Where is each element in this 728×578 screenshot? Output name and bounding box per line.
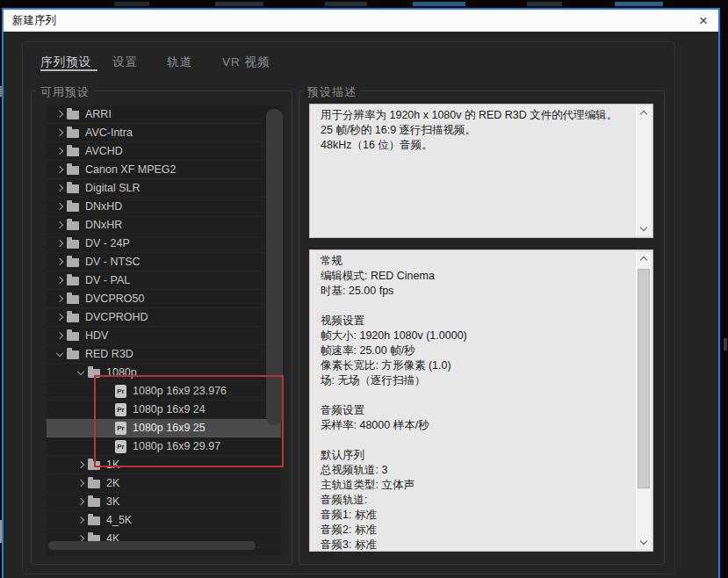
- background-app-fragment: [325, 2, 367, 6]
- tree-item-label: AVCHD: [85, 145, 123, 157]
- chevron-right-icon[interactable]: [52, 334, 67, 338]
- close-icon[interactable]: ×: [699, 13, 708, 28]
- tree-item-3k[interactable]: 3K: [47, 493, 281, 511]
- chevron-glyph: [55, 257, 62, 264]
- tree-item-dv-pal[interactable]: DV - PAL: [47, 271, 281, 290]
- chevron-down-icon[interactable]: [73, 372, 88, 374]
- text-line: 帧速率: 25.00 帧/秒: [321, 343, 630, 358]
- scroll-down-icon[interactable]: [640, 538, 647, 545]
- tree-item-avc-intra[interactable]: AVC-Intra: [47, 124, 281, 142]
- chevron-right-icon[interactable]: [52, 242, 67, 246]
- tree-item-label: DV - 24P: [85, 237, 130, 249]
- tree-item-dv-24p[interactable]: DV - 24P: [47, 235, 281, 253]
- chevron-right-icon[interactable]: [52, 278, 67, 283]
- folder-icon: [67, 221, 79, 230]
- folder-icon: [67, 350, 79, 359]
- folder-icon: [67, 258, 79, 267]
- text-line: 默认序列: [321, 448, 630, 463]
- text-line: [321, 388, 630, 403]
- tree-item-label: 3K: [106, 495, 119, 508]
- chevron-right-icon[interactable]: [73, 463, 88, 467]
- tree-item-label: DV - PAL: [85, 274, 130, 286]
- chevron-glyph: [55, 128, 62, 135]
- tree-item-label: AVC-Intra: [85, 126, 133, 139]
- annotation-red-rectangle: [94, 375, 284, 467]
- chevron-glyph: [55, 276, 62, 283]
- tab-sequence-presets[interactable]: 序列预设: [40, 54, 91, 70]
- chevron-glyph: [76, 516, 83, 523]
- tree-item-digital-slr[interactable]: Digital SLR: [47, 179, 281, 198]
- tree-item-canon-xf-mpeg2[interactable]: Canon XF MPEG2: [47, 161, 281, 179]
- folder-icon: [67, 148, 79, 156]
- chevron-right-icon[interactable]: [52, 112, 67, 117]
- text-line: [321, 433, 630, 448]
- text-line: 音频2: 标准: [321, 523, 630, 538]
- tree-item-label: DV - NTSC: [85, 256, 141, 268]
- text-line: 48kHz（16 位）音频。: [321, 138, 630, 153]
- folder-icon: [88, 517, 100, 525]
- text-line: [321, 299, 630, 314]
- tree-item-arri[interactable]: ARRI: [47, 105, 281, 124]
- text-line: 场: 无场（逐行扫描）: [321, 373, 630, 388]
- tree-item-red-r3d[interactable]: RED R3D: [47, 345, 281, 364]
- chevron-right-icon[interactable]: [52, 168, 67, 172]
- tree-item-4-5k[interactable]: 4_5K: [47, 511, 281, 530]
- chevron-right-icon[interactable]: [52, 315, 67, 320]
- details-scrollbar[interactable]: [636, 252, 651, 549]
- scroll-down-icon[interactable]: [640, 224, 647, 231]
- tree-horizontal-scrollbar-thumb[interactable]: [48, 541, 256, 550]
- tree-item-label: ARRI: [85, 108, 112, 120]
- tree-item-label: DVCPROHD: [85, 311, 148, 323]
- chevron-right-icon[interactable]: [52, 223, 67, 228]
- chevron-glyph: [55, 184, 62, 191]
- chevron-right-icon[interactable]: [52, 186, 67, 191]
- chevron-glyph: [55, 202, 62, 209]
- chevron-right-icon[interactable]: [52, 205, 67, 209]
- chevron-glyph: [76, 479, 83, 486]
- background-app-fragment: [215, 2, 263, 6]
- chevron-right-icon[interactable]: [52, 149, 67, 154]
- text-line: 音频轨道:: [321, 493, 630, 508]
- available-presets-label: 可用预设: [36, 84, 94, 100]
- tree-item-dnxhd[interactable]: DNxHD: [47, 198, 281, 216]
- summary-scrollbar[interactable]: [636, 106, 651, 235]
- scroll-up-icon[interactable]: [640, 111, 647, 118]
- tree-item-label: Canon XF MPEG2: [85, 163, 177, 176]
- scroll-up-icon[interactable]: [640, 256, 647, 264]
- chevron-right-icon[interactable]: [73, 481, 88, 486]
- folder-icon: [67, 203, 79, 212]
- tree-item-dnxhr[interactable]: DNxHR: [47, 216, 281, 235]
- chevron-down-icon[interactable]: [52, 353, 67, 356]
- folder-icon: [67, 314, 79, 322]
- tree-item-avchd[interactable]: AVCHD: [47, 142, 281, 161]
- folder-icon: [88, 480, 100, 488]
- tab-settings[interactable]: 设置: [112, 54, 138, 70]
- tree-item-dvcpro50[interactable]: DVCPRO50: [47, 290, 281, 308]
- preset-description-label: 预设描述: [303, 84, 361, 100]
- text-line: 用于分辨率为 1920h x 1080v 的 RED R3D 文件的代理编辑。: [321, 108, 630, 123]
- folder-icon: [67, 332, 79, 341]
- folder-icon: [67, 277, 79, 285]
- text-line: 常规: [321, 254, 630, 269]
- chevron-right-icon[interactable]: [73, 500, 88, 504]
- tree-item-dvcprohd[interactable]: DVCPROHD: [47, 308, 281, 327]
- tree-item-dv-ntsc[interactable]: DV - NTSC: [47, 253, 281, 271]
- tab-vr-video[interactable]: VR 视频: [222, 54, 270, 70]
- tree-item-2k[interactable]: 2K: [47, 474, 281, 493]
- chevron-right-icon[interactable]: [52, 297, 67, 301]
- tab-tracks[interactable]: 轨道: [167, 54, 192, 70]
- chevron-glyph: [76, 460, 83, 467]
- chevron-right-icon[interactable]: [73, 518, 88, 523]
- chevron-glyph: [55, 165, 62, 172]
- chevron-right-icon[interactable]: [73, 537, 88, 541]
- text-line: 主轨道类型: 立体声: [321, 478, 630, 493]
- details-scrollbar-thumb[interactable]: [638, 269, 650, 488]
- background-app-fragment: [527, 2, 562, 6]
- folder-icon: [67, 184, 79, 193]
- tree-item-label: DVCPRO50: [85, 293, 144, 305]
- tree-item-hdv[interactable]: HDV: [47, 327, 281, 345]
- chevron-right-icon[interactable]: [52, 260, 67, 264]
- chevron-right-icon[interactable]: [52, 131, 67, 135]
- text-line: 音频1: 标准: [321, 508, 630, 523]
- text-line: 25 帧/秒的 16:9 逐行扫描视频。: [321, 123, 630, 138]
